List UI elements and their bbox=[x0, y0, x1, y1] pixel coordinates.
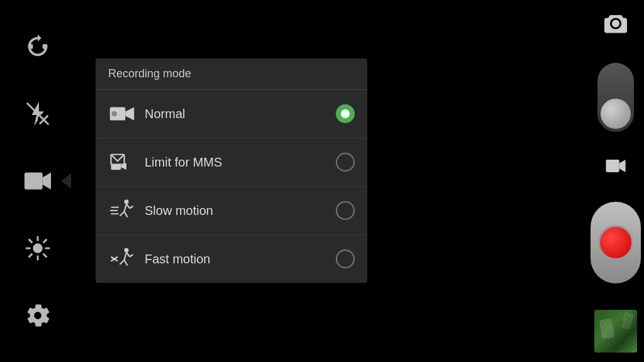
left-sidebar bbox=[0, 0, 75, 362]
svg-line-27 bbox=[125, 212, 128, 217]
mode-toggle[interactable] bbox=[597, 63, 634, 132]
svg-point-20 bbox=[111, 111, 117, 117]
svg-line-28 bbox=[126, 204, 130, 209]
video-mode-icon[interactable] bbox=[22, 165, 53, 197]
right-sidebar bbox=[587, 0, 644, 362]
option-fast-motion-label: Fast motion bbox=[145, 252, 336, 266]
option-fast-motion[interactable]: Fast motion bbox=[96, 235, 367, 283]
mms-recording-icon bbox=[108, 148, 136, 176]
video-record-icon[interactable] bbox=[605, 155, 626, 179]
option-slow-motion-label: Slow motion bbox=[145, 204, 336, 218]
svg-line-36 bbox=[125, 260, 128, 266]
svg-rect-22 bbox=[111, 165, 121, 170]
option-normal[interactable]: Normal bbox=[96, 90, 367, 138]
svg-line-38 bbox=[130, 255, 133, 257]
camera-flip-icon[interactable] bbox=[22, 31, 53, 62]
svg-line-34 bbox=[125, 253, 127, 260]
record-button[interactable] bbox=[591, 202, 641, 283]
option-slow-motion[interactable]: Slow motion bbox=[96, 187, 367, 235]
svg-point-33 bbox=[125, 248, 129, 253]
normal-recording-icon bbox=[108, 100, 136, 128]
svg-line-16 bbox=[43, 239, 47, 243]
svg-rect-1 bbox=[43, 44, 48, 49]
option-limit-mms[interactable]: Limit for MMS bbox=[96, 138, 367, 187]
option-slow-motion-radio[interactable] bbox=[336, 201, 355, 220]
option-normal-label: Normal bbox=[145, 107, 336, 121]
camera-switch-icon[interactable] bbox=[604, 11, 627, 36]
svg-line-14 bbox=[29, 239, 33, 243]
fast-motion-icon bbox=[108, 245, 136, 273]
svg-marker-19 bbox=[125, 107, 134, 121]
mode-toggle-ball bbox=[601, 99, 631, 129]
brightness-icon[interactable] bbox=[22, 233, 53, 264]
slow-motion-icon bbox=[108, 197, 136, 224]
option-limit-mms-label: Limit for MMS bbox=[145, 155, 336, 170]
settings-icon[interactable] bbox=[22, 300, 53, 331]
svg-line-15 bbox=[43, 254, 47, 258]
svg-point-9 bbox=[33, 243, 42, 253]
svg-marker-42 bbox=[619, 160, 626, 172]
svg-line-17 bbox=[29, 254, 33, 258]
flash-off-icon[interactable] bbox=[22, 98, 53, 129]
record-button-indicator bbox=[598, 225, 633, 260]
svg-line-26 bbox=[120, 212, 125, 216]
svg-line-29 bbox=[130, 206, 133, 209]
dialog-title: Recording mode bbox=[96, 58, 367, 90]
last-photo-thumbnail[interactable] bbox=[594, 310, 637, 353]
svg-line-25 bbox=[125, 204, 127, 212]
svg-marker-8 bbox=[43, 173, 51, 190]
svg-line-37 bbox=[126, 253, 130, 257]
svg-rect-7 bbox=[25, 173, 43, 190]
option-normal-radio[interactable] bbox=[336, 104, 355, 123]
svg-rect-0 bbox=[28, 44, 33, 49]
recording-mode-dialog: Recording mode Normal Limit for bbox=[96, 58, 367, 283]
svg-point-24 bbox=[125, 200, 129, 204]
option-limit-mms-radio[interactable] bbox=[336, 153, 355, 172]
svg-rect-41 bbox=[606, 160, 619, 172]
option-fast-motion-radio[interactable] bbox=[336, 250, 355, 268]
svg-line-35 bbox=[120, 260, 125, 265]
